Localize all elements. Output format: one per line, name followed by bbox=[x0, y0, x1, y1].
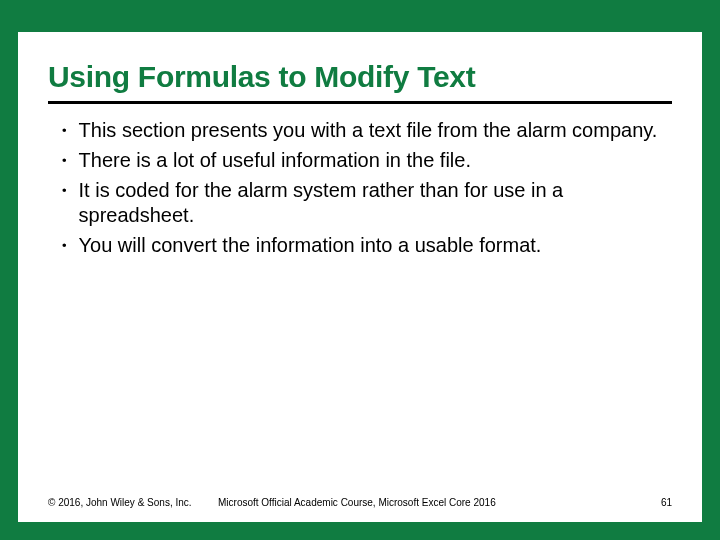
bullet-icon: • bbox=[56, 178, 79, 204]
bullet-text: It is coded for the alarm system rather … bbox=[79, 178, 672, 229]
list-item: • It is coded for the alarm system rathe… bbox=[56, 178, 672, 229]
bullet-text: There is a lot of useful information in … bbox=[79, 148, 672, 174]
bullet-icon: • bbox=[56, 148, 79, 174]
bullet-text: This section presents you with a text fi… bbox=[79, 118, 672, 144]
bullet-icon: • bbox=[56, 233, 79, 259]
page-number: 61 bbox=[632, 497, 672, 508]
list-item: • There is a lot of useful information i… bbox=[56, 148, 672, 174]
slide-title: Using Formulas to Modify Text bbox=[48, 60, 672, 104]
list-item: • You will convert the information into … bbox=[56, 233, 672, 259]
slide: Using Formulas to Modify Text • This sec… bbox=[18, 32, 702, 522]
copyright-text: © 2016, John Wiley & Sons, Inc. bbox=[48, 497, 218, 508]
list-item: • This section presents you with a text … bbox=[56, 118, 672, 144]
course-text: Microsoft Official Academic Course, Micr… bbox=[218, 497, 632, 508]
footer: © 2016, John Wiley & Sons, Inc. Microsof… bbox=[48, 491, 672, 508]
bullet-list: • This section presents you with a text … bbox=[48, 118, 672, 492]
bullet-text: You will convert the information into a … bbox=[79, 233, 672, 259]
bullet-icon: • bbox=[56, 118, 79, 144]
